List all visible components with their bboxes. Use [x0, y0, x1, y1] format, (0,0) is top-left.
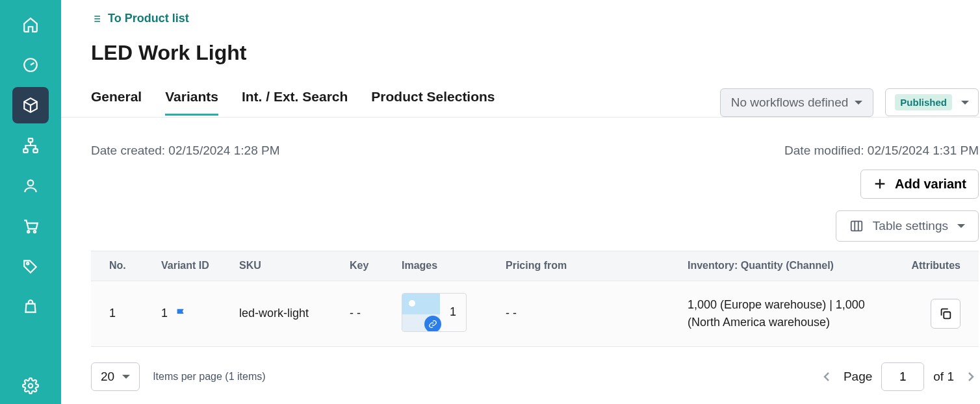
table-settings-label: Table settings	[873, 219, 948, 233]
box-icon	[22, 97, 39, 114]
svg-rect-1	[29, 138, 33, 142]
cell-inventory: 1,000 (Europe warehouse) | 1,000 (North …	[688, 296, 883, 330]
nav-lock[interactable]	[12, 288, 49, 325]
columns-icon	[849, 219, 864, 233]
link-badge	[424, 316, 441, 332]
th-attributes: Attributes	[883, 260, 961, 271]
image-thumbnail	[402, 294, 440, 331]
page-input[interactable]	[881, 362, 924, 391]
nav-discounts[interactable]	[12, 248, 49, 284]
cell-variant-id: 1	[161, 307, 239, 321]
table-header: No. Variant ID SKU Key Images Pricing fr…	[91, 251, 979, 281]
copy-icon	[938, 307, 953, 321]
flag-icon	[174, 307, 188, 321]
date-modified: Date modified: 02/15/2024 1:31 PM	[784, 144, 979, 158]
status-badge: Published	[895, 94, 952, 110]
user-icon	[22, 177, 39, 194]
tab-search[interactable]: Int. / Ext. Search	[242, 89, 348, 116]
svg-point-6	[34, 231, 36, 233]
per-page-select[interactable]: 20	[91, 362, 140, 391]
th-images: Images	[402, 260, 506, 271]
link-icon	[428, 320, 437, 329]
pagination: 20 Items per page (1 items) Page of 1	[91, 362, 979, 391]
table-row[interactable]: 1 1 led-work-light - -	[91, 281, 979, 346]
items-per-page-label: Items per page (1 items)	[153, 371, 265, 383]
next-page-button[interactable]	[963, 369, 979, 385]
nav-home[interactable]	[12, 6, 49, 43]
table-settings-button[interactable]: Table settings	[836, 210, 979, 242]
per-page-value: 20	[101, 370, 114, 384]
nav-products[interactable]	[12, 87, 49, 123]
list-icon	[91, 14, 101, 24]
svg-rect-9	[851, 221, 862, 231]
plus-icon	[873, 177, 887, 191]
svg-rect-10	[944, 312, 950, 318]
page-label: Page	[844, 370, 872, 384]
caret-down-icon	[957, 224, 965, 228]
tab-selections[interactable]: Product Selections	[371, 89, 495, 116]
breadcrumb-label: To Product list	[108, 12, 189, 25]
caret-down-icon	[961, 101, 969, 105]
page-of-label: of 1	[933, 370, 954, 384]
workflow-label: No workflows defined	[731, 95, 849, 110]
add-variant-button[interactable]: Add variant	[860, 170, 979, 199]
svg-point-8	[29, 384, 33, 388]
th-no: No.	[109, 260, 161, 271]
nav-settings[interactable]	[12, 368, 49, 404]
copy-attributes-button[interactable]	[931, 299, 961, 329]
page-title: LED Work Light	[91, 41, 979, 65]
svg-point-4	[28, 180, 34, 186]
svg-rect-3	[33, 149, 38, 152]
breadcrumb-back[interactable]: To Product list	[91, 12, 189, 25]
variant-id-value: 1	[161, 307, 168, 320]
cell-attributes	[883, 299, 961, 329]
cell-pricing: - -	[506, 307, 688, 320]
workflow-dropdown[interactable]: No workflows defined	[720, 88, 874, 117]
tab-general[interactable]: General	[91, 89, 142, 116]
tab-variants[interactable]: Variants	[165, 89, 218, 116]
th-pricing: Pricing from	[506, 260, 688, 271]
nav-customers[interactable]	[12, 168, 49, 204]
home-icon	[22, 16, 39, 33]
caret-down-icon	[122, 375, 130, 379]
svg-point-7	[27, 262, 29, 264]
image-thumbnail-group[interactable]: 1	[402, 293, 467, 332]
sidebar	[0, 0, 61, 404]
hierarchy-icon	[22, 137, 39, 154]
cell-key: - -	[350, 307, 402, 320]
cell-no: 1	[109, 307, 161, 320]
gear-icon	[22, 377, 39, 394]
th-key: Key	[350, 260, 402, 271]
tag-icon	[22, 258, 39, 275]
nav-dashboard[interactable]	[12, 47, 49, 83]
cart-icon	[22, 218, 39, 234]
gauge-icon	[22, 57, 39, 73]
svg-point-5	[27, 231, 29, 233]
caret-down-icon	[855, 101, 862, 105]
tabs: General Variants Int. / Ext. Search Prod…	[91, 89, 495, 116]
cell-sku: led-work-light	[239, 307, 350, 320]
date-created: Date created: 02/15/2024 1:28 PM	[91, 144, 279, 158]
th-sku: SKU	[239, 260, 350, 271]
add-variant-label: Add variant	[895, 177, 966, 192]
svg-rect-2	[23, 149, 28, 152]
nav-cart[interactable]	[12, 208, 49, 244]
th-variant-id: Variant ID	[161, 260, 239, 271]
prev-page-button[interactable]	[819, 369, 834, 385]
lock-bag-icon	[22, 298, 39, 315]
image-count: 1	[440, 305, 466, 319]
variants-table: No. Variant ID SKU Key Images Pricing fr…	[91, 251, 979, 347]
nav-tree[interactable]	[12, 127, 49, 164]
th-inventory: Inventory: Quantity (Channel)	[688, 260, 883, 271]
main: To Product list LED Work Light General V…	[61, 0, 980, 404]
status-dropdown[interactable]: Published	[885, 88, 979, 116]
cell-images: 1	[402, 293, 506, 335]
